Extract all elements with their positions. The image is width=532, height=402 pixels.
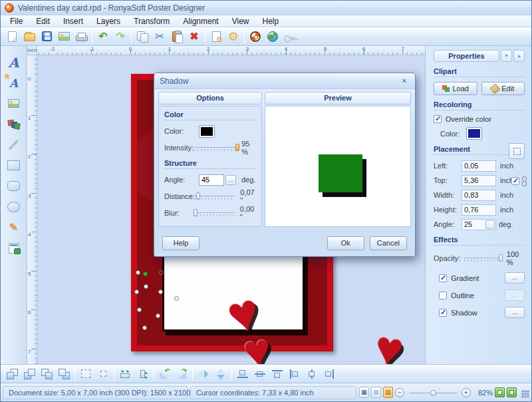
- print-button[interactable]: [72, 29, 90, 45]
- tool-image[interactable]: [4, 94, 24, 113]
- placement-top-input[interactable]: [462, 175, 496, 186]
- send-backward-button[interactable]: [55, 366, 72, 382]
- export-image-button[interactable]: [55, 29, 72, 45]
- placement-width-input[interactable]: [462, 190, 496, 201]
- shadow-angle-input[interactable]: [199, 174, 224, 186]
- resize-grip[interactable]: [521, 390, 529, 398]
- angle-picker-button[interactable]: [485, 220, 495, 229]
- selection-handle[interactable]: [142, 325, 147, 330]
- redo-button[interactable]: ↷: [112, 29, 129, 45]
- align-middle-button[interactable]: [251, 366, 269, 382]
- blur-slider[interactable]: [194, 209, 234, 217]
- dialog-title-bar[interactable]: Shadow ✕: [154, 73, 415, 89]
- override-color-checkbox[interactable]: [434, 115, 442, 123]
- grid-view-button[interactable]: ▦: [359, 387, 369, 398]
- clipart-load-button[interactable]: Load: [434, 82, 477, 95]
- undo-button[interactable]: ↶: [94, 29, 112, 45]
- shadow-checkbox[interactable]: [439, 309, 447, 317]
- distance-slider[interactable]: [195, 192, 235, 200]
- intensity-slider[interactable]: [194, 144, 236, 152]
- clipart-edit-button[interactable]: Edit: [481, 82, 525, 95]
- opacity-slider[interactable]: [464, 254, 502, 262]
- selection-handle[interactable]: [174, 296, 179, 301]
- save-button[interactable]: [38, 29, 55, 45]
- placement-height-input[interactable]: [462, 204, 496, 216]
- properties-title[interactable]: Properties: [434, 50, 499, 62]
- group-button[interactable]: [77, 366, 94, 382]
- align-left-button[interactable]: [286, 366, 303, 382]
- new-document-button[interactable]: [3, 29, 21, 45]
- paste-button[interactable]: [168, 29, 186, 45]
- selection-handle[interactable]: [158, 290, 163, 294]
- send-to-back-button[interactable]: [21, 366, 38, 382]
- selection-handle[interactable]: [159, 270, 164, 275]
- aspect-lock-checkbox[interactable]: [511, 177, 519, 185]
- selection-handle[interactable]: [136, 270, 140, 275]
- zoom-in-button[interactable]: +: [462, 388, 471, 397]
- zoom-slider-thumb[interactable]: [430, 390, 436, 396]
- panel-collapse-button[interactable]: ▾: [501, 50, 512, 62]
- flip-vertical-button[interactable]: [212, 366, 229, 382]
- menu-layers[interactable]: Layers: [90, 15, 127, 27]
- page-setup-button[interactable]: [207, 29, 225, 45]
- align-right-button[interactable]: [321, 366, 338, 382]
- copy-button[interactable]: [134, 29, 151, 45]
- tool-text[interactable]: A: [4, 53, 24, 72]
- fit-height-button[interactable]: ▲▼: [134, 366, 151, 382]
- tool-line[interactable]: [4, 135, 24, 154]
- gradient-checkbox[interactable]: [439, 274, 447, 282]
- shadow-more-button[interactable]: ...: [505, 307, 525, 318]
- heart-clipart[interactable]: ♥: [240, 325, 274, 364]
- dialog-help-button[interactable]: Help: [162, 236, 200, 250]
- dialog-ok-button[interactable]: Ok: [327, 236, 364, 250]
- page-layout-view-button[interactable]: ▤: [383, 387, 393, 398]
- options-button[interactable]: ⚙: [225, 29, 242, 45]
- zoom-out-button[interactable]: −: [395, 388, 404, 397]
- zoom-slider[interactable]: [409, 389, 457, 397]
- close-icon[interactable]: ✕: [399, 76, 410, 86]
- tool-ellipse[interactable]: [4, 197, 24, 216]
- menu-transform[interactable]: Transform: [127, 15, 176, 27]
- rotation-handle[interactable]: [143, 272, 148, 276]
- register-button[interactable]: [281, 29, 299, 45]
- tool-ole-object[interactable]: [4, 238, 24, 258]
- align-center-button[interactable]: [303, 366, 321, 382]
- open-button[interactable]: [21, 29, 38, 45]
- website-button[interactable]: [264, 29, 281, 45]
- delete-button[interactable]: ✖: [186, 29, 203, 45]
- menu-insert[interactable]: Insert: [57, 15, 90, 27]
- bring-forward-button[interactable]: [38, 366, 55, 382]
- angle-more-button[interactable]: …: [225, 175, 236, 185]
- selection-handle[interactable]: [144, 284, 148, 289]
- selection-handle[interactable]: [134, 290, 139, 294]
- menu-file[interactable]: File: [3, 15, 29, 27]
- menu-alignment[interactable]: Alignment: [176, 15, 225, 27]
- bring-to-front-button[interactable]: [3, 366, 21, 382]
- heart-clipart[interactable]: ♥: [372, 323, 407, 364]
- tool-rounded-rectangle[interactable]: [4, 176, 24, 196]
- fit-width-button[interactable]: ◄►: [116, 366, 134, 382]
- ungroup-button[interactable]: [94, 366, 112, 382]
- tool-rectangle[interactable]: [4, 156, 24, 175]
- shadow-color-swatch[interactable]: [199, 125, 215, 138]
- gradient-more-button[interactable]: ...: [505, 272, 525, 284]
- center-on-page-button[interactable]: [509, 143, 525, 159]
- tool-clipart[interactable]: [4, 114, 24, 134]
- panel-expand-button[interactable]: ▴: [513, 50, 525, 62]
- grid-light-view-button[interactable]: ▦: [371, 387, 381, 398]
- menu-help[interactable]: Help: [255, 15, 285, 27]
- outline-checkbox[interactable]: [439, 292, 447, 300]
- align-bottom-button[interactable]: [234, 366, 251, 382]
- selection-handle[interactable]: [137, 307, 142, 312]
- recolor-color-swatch[interactable]: [466, 127, 482, 140]
- fit-page-button[interactable]: [495, 387, 505, 397]
- placement-left-input[interactable]: [462, 160, 496, 172]
- dialog-cancel-button[interactable]: Cancel: [370, 236, 407, 250]
- rotate-right-button[interactable]: ↷: [173, 366, 190, 382]
- menu-edit[interactable]: Edit: [29, 15, 57, 27]
- tool-pencil[interactable]: ✎: [4, 218, 24, 237]
- fit-width-view-button[interactable]: [507, 387, 517, 397]
- rotate-left-button[interactable]: ↶: [156, 366, 173, 382]
- selection-handle[interactable]: [156, 313, 160, 318]
- help-button[interactable]: [247, 29, 264, 45]
